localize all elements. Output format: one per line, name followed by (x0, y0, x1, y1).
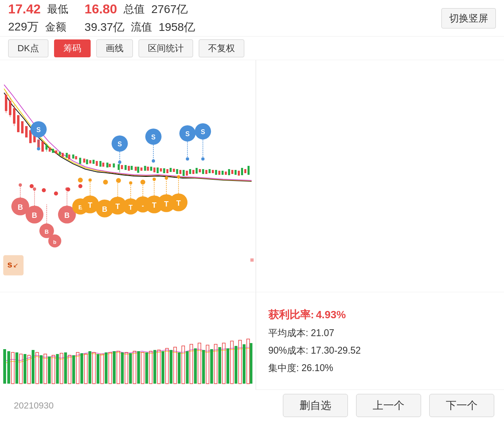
svg-rect-29 (96, 161, 98, 166)
svg-rect-72 (244, 169, 246, 173)
svg-rect-10 (41, 141, 44, 152)
dk-button[interactable]: DK点 (8, 39, 48, 57)
svg-rect-22 (86, 159, 88, 164)
svg-text:↙: ↙ (13, 262, 18, 269)
svg-rect-4 (17, 115, 20, 132)
svg-rect-69 (225, 172, 227, 175)
svg-text:T: T (176, 199, 181, 207)
svg-rect-66 (205, 170, 207, 174)
svg-point-110 (33, 187, 36, 191)
svg-rect-211 (32, 350, 35, 384)
avg-cost-label: 平均成本: (268, 328, 308, 338)
no-adjust-button[interactable]: 不复权 (199, 39, 244, 57)
svg-rect-50 (235, 170, 237, 175)
cost90-label: 90%成本: (268, 345, 308, 356)
svg-point-157 (66, 187, 70, 191)
float-value: 1958亿 (159, 20, 195, 35)
chip-stats: 获利比率: 4.93% 平均成本: 21.07 90%成本: 17.30-29.… (256, 292, 504, 390)
svg-rect-44 (196, 168, 198, 174)
svg-rect-24 (100, 161, 102, 167)
total-label: 总值 (124, 2, 145, 16)
svg-rect-234 (218, 347, 221, 384)
svg-rect-37 (150, 167, 152, 171)
svg-rect-162 (250, 259, 254, 262)
svg-point-151 (103, 180, 108, 185)
svg-point-153 (140, 180, 145, 185)
svg-rect-57 (147, 167, 149, 171)
total-value: 2767亿 (151, 2, 188, 17)
switch-screen-button[interactable]: 切换竖屏 (441, 8, 496, 28)
svg-rect-212 (40, 355, 43, 384)
svg-rect-51 (241, 168, 243, 175)
svg-rect-208 (7, 351, 10, 384)
svg-rect-63 (186, 171, 188, 176)
chips-button[interactable]: 筹码 (54, 39, 91, 57)
delete-watchlist-button[interactable]: 删自选 (283, 394, 348, 417)
svg-point-90 (118, 161, 122, 164)
profit-rate-label: 获利比率: (268, 309, 314, 321)
svg-rect-55 (135, 167, 137, 171)
svg-rect-42 (182, 170, 185, 176)
svg-rect-210 (24, 354, 26, 384)
draw-button[interactable]: 画线 (96, 39, 133, 57)
svg-rect-5 (21, 121, 24, 133)
svg-rect-61 (173, 169, 175, 172)
svg-rect-26 (113, 163, 115, 167)
svg-rect-0 (0, 60, 256, 291)
svg-point-86 (37, 147, 40, 150)
svg-rect-15 (72, 154, 74, 159)
svg-rect-13 (59, 152, 61, 155)
svg-rect-220 (105, 352, 108, 384)
svg-rect-207 (3, 349, 6, 384)
svg-rect-16 (49, 148, 51, 152)
profit-rate-line: 获利比率: 4.93% (268, 308, 492, 322)
svg-point-134 (129, 181, 132, 185)
svg-text:B: B (102, 205, 107, 213)
svg-rect-19 (68, 154, 70, 159)
svg-text:T: T (115, 202, 120, 211)
svg-point-158 (78, 184, 83, 188)
low-label: 最低 (47, 2, 68, 16)
svg-point-94 (152, 159, 155, 163)
svg-rect-227 (161, 351, 164, 384)
svg-rect-213 (48, 356, 51, 384)
interval-stats-button[interactable]: 区间统计 (139, 39, 193, 57)
svg-rect-214 (56, 354, 59, 384)
svg-rect-48 (222, 171, 224, 175)
svg-point-155 (42, 188, 46, 192)
svg-rect-12 (52, 149, 54, 153)
svg-text:S: S (201, 128, 205, 135)
next-stock-button[interactable]: 下一个 (429, 394, 494, 417)
low-value: 17.42 (8, 2, 41, 17)
svg-rect-39 (163, 168, 165, 173)
svg-rect-230 (186, 351, 189, 384)
candlestick-chart[interactable]: S S S S S B (0, 60, 256, 292)
concentration-label: 集中度: (268, 363, 299, 373)
svg-point-125 (89, 178, 92, 182)
svg-point-102 (201, 157, 204, 161)
svg-rect-60 (166, 169, 168, 173)
svg-text:S: S (117, 141, 122, 148)
svg-text:B: B (45, 228, 49, 235)
svg-text:T: T (129, 204, 133, 211)
svg-rect-3 (13, 108, 15, 124)
svg-rect-228 (169, 350, 172, 384)
svg-rect-218 (89, 351, 91, 384)
svg-rect-56 (140, 167, 142, 171)
svg-rect-217 (80, 353, 83, 384)
svg-rect-31 (109, 164, 111, 167)
svg-point-154 (30, 184, 34, 188)
bottom-section: 获利比率: 4.93% 平均成本: 21.07 90%成本: 17.30-29.… (0, 292, 504, 389)
svg-rect-70 (231, 170, 233, 174)
svg-text:S: S (185, 130, 190, 137)
svg-rect-238 (250, 343, 252, 384)
svg-rect-225 (145, 352, 148, 384)
cost90-line: 90%成本: 17.30-29.52 (268, 344, 492, 357)
chart-date: 20210930 (10, 400, 54, 411)
svg-rect-53 (121, 165, 123, 169)
main-content: S S S S S B (0, 60, 504, 292)
volume-chart[interactable] (0, 292, 256, 390)
svg-rect-18 (62, 153, 64, 157)
price-histogram (256, 60, 504, 292)
prev-stock-button[interactable]: 上一个 (356, 394, 421, 417)
